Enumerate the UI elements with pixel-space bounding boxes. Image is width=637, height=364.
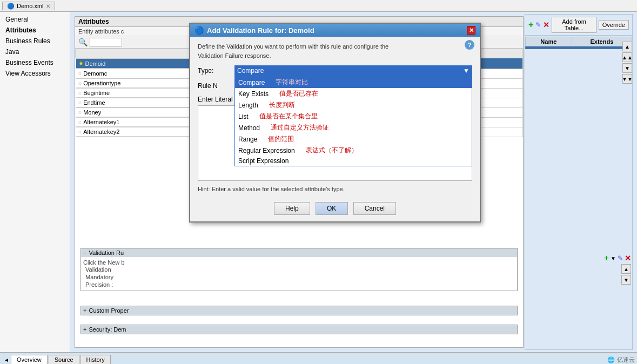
sidebar: General Attributes Business Rules Java B… — [0, 12, 70, 352]
dialog-body: Define the Validation you want to perfor… — [190, 37, 480, 198]
content-area: Attributes Entity attributes c 🔍 Name — [70, 12, 637, 352]
tab-demo-xml[interactable]: 🔵 Demo.xml ✕ — [2, 2, 55, 10]
sidebar-item-attributes[interactable]: Attributes — [0, 25, 70, 36]
sidebar-item-java[interactable]: Java — [0, 46, 70, 57]
ok-button[interactable]: OK — [316, 202, 348, 215]
help-icon-btn[interactable]: ? — [465, 40, 474, 50]
help-button[interactable]: Help — [274, 202, 310, 215]
dialog-titlebar: 🔵 Add Validation Rule for: Demoid ✕ — [190, 24, 480, 37]
sidebar-item-view-accessors[interactable]: View Accessors — [0, 68, 70, 79]
dropdown-selected[interactable]: Compare ▼ — [234, 65, 472, 76]
type-dropdown[interactable]: Compare ▼ Compare字符串对比Key Exists值是否已存在Le… — [234, 65, 472, 76]
dropdown-arrow: ▼ — [463, 67, 470, 75]
tabs-nav-left[interactable]: ◄ — [2, 356, 11, 364]
sidebar-item-general[interactable]: General — [0, 14, 70, 25]
tab-source[interactable]: Source — [49, 355, 79, 364]
dialog-title: Add Validation Rule for: Demoid — [207, 26, 314, 35]
watermark: 🌐 亿速云 — [607, 356, 635, 364]
dropdown-option[interactable]: List值是否在某个集合里 — [235, 111, 472, 122]
validation-dialog: 🔵 Add Validation Rule for: Demoid ✕ ? De… — [189, 23, 481, 223]
dropdown-option[interactable]: Key Exists值是否已存在 — [235, 88, 472, 99]
dropdown-option[interactable]: Script Expression — [235, 156, 472, 166]
dialog-footer: Help OK Cancel — [190, 198, 480, 221]
sidebar-item-business-rules[interactable]: Business Rules — [0, 36, 70, 46]
tab-history[interactable]: History — [81, 355, 111, 364]
cancel-button[interactable]: Cancel — [353, 202, 396, 215]
dropdown-option[interactable]: Compare字符串对比 — [235, 77, 472, 88]
dialog-icon: 🔵 — [195, 26, 204, 35]
dropdown-option[interactable]: Range值的范围 — [235, 133, 472, 145]
tab-bar: 🔵 Demo.xml ✕ — [0, 0, 637, 12]
dropdown-options: Compare字符串对比Key Exists值是否已存在Length长度判断Li… — [234, 76, 472, 166]
watermark-logo: 🌐 — [607, 356, 615, 363]
main-layout: General Attributes Business Rules Java B… — [0, 12, 637, 352]
dropdown-option[interactable]: Length长度判断 — [235, 99, 472, 111]
bottom-tabs: ◄ Overview Source History 🌐 亿速云 — [0, 352, 637, 364]
tab-overview[interactable]: Overview — [11, 355, 48, 364]
tab-close-btn[interactable]: ✕ — [46, 3, 50, 9]
dialog-description: Define the Validation you want to perfor… — [198, 42, 472, 60]
sidebar-item-business-events[interactable]: Business Events — [0, 57, 70, 68]
dialog-overlay: 🔵 Add Validation Rule for: Demoid ✕ ? De… — [70, 12, 637, 352]
dropdown-option[interactable]: Regular Expression表达式（不了解） — [235, 145, 472, 156]
dropdown-option[interactable]: Method通过自定义方法验证 — [235, 122, 472, 133]
dialog-close-button[interactable]: ✕ — [467, 26, 475, 35]
type-label: Type: — [198, 67, 230, 75]
tab-icon: 🔵 — [7, 3, 15, 10]
type-row: Type: Compare ▼ Compare字符串对比Key Exists值是… — [198, 65, 472, 76]
hint-text: Hint: Enter a valid value for the select… — [198, 186, 472, 192]
